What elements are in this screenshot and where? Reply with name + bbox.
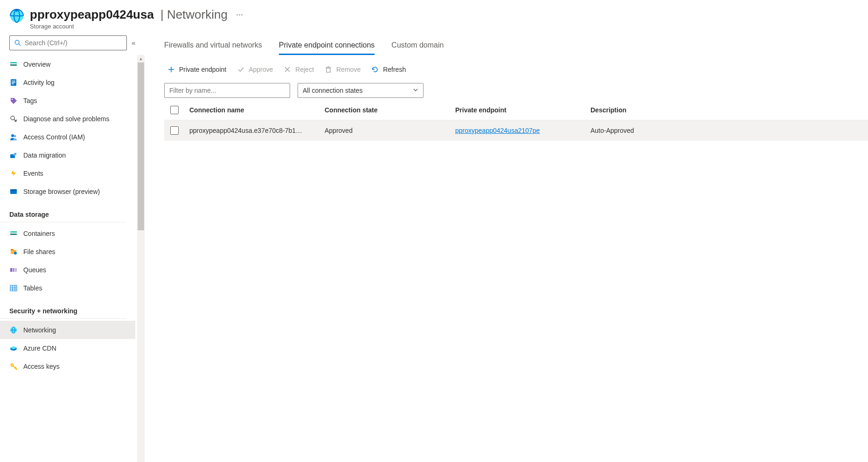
filter-by-name[interactable]	[164, 83, 290, 98]
scrollbar-thumb[interactable]	[138, 62, 144, 230]
main-content: Firewalls and virtual networks Private e…	[145, 34, 868, 462]
cell-connection-name: pproxypeapp0424usa.e37e70c8-7b1…	[185, 127, 320, 134]
svg-rect-7	[10, 64, 17, 66]
toolbar-label: Reject	[295, 66, 314, 73]
collapse-sidebar-button[interactable]: «	[132, 39, 135, 47]
connections-table: Connection name Connection state Private…	[164, 100, 868, 141]
remove-button: Remove	[324, 65, 361, 74]
sidebar-item-overview[interactable]: Overview	[0, 55, 135, 73]
toolbar-label: Private endpoint	[179, 66, 226, 73]
tab-private-endpoint-connections[interactable]: Private endpoint connections	[279, 37, 375, 55]
events-icon	[9, 169, 18, 178]
filter-name-input[interactable]	[169, 87, 285, 94]
svg-line-5	[19, 44, 21, 46]
containers-icon	[9, 229, 18, 238]
cell-connection-state: Approved	[320, 127, 451, 134]
svg-rect-11	[12, 83, 14, 84]
col-connection-state[interactable]: Connection state	[320, 106, 451, 114]
sidebar-section-data-storage: Data storage	[0, 200, 126, 222]
svg-point-4	[15, 40, 19, 44]
filter-row: All connection states	[164, 83, 868, 98]
overview-icon	[9, 60, 18, 69]
search-icon	[14, 39, 22, 47]
plus-icon	[167, 65, 175, 74]
svg-rect-18	[10, 189, 17, 191]
svg-rect-27	[10, 285, 17, 291]
svg-rect-10	[12, 82, 15, 83]
sidebar-item-label: File shares	[23, 248, 55, 255]
svg-rect-24	[10, 268, 12, 272]
sidebar-item-label: Data migration	[23, 152, 66, 159]
tags-icon	[9, 97, 18, 105]
toolbar: Private endpoint Approve Reject Remove R…	[164, 65, 868, 74]
resource-type-label: Storage account	[30, 23, 245, 30]
sidebar-item-azure-cdn[interactable]: Azure CDN	[0, 339, 135, 357]
tables-icon	[9, 284, 18, 292]
table-row[interactable]: pproxypeapp0424usa.e37e70c8-7b1… Approve…	[164, 120, 868, 141]
table-header: Connection name Connection state Private…	[164, 100, 868, 120]
sidebar-item-migration[interactable]: Data migration	[0, 146, 135, 164]
toolbar-label: Approve	[249, 66, 273, 73]
tab-firewalls[interactable]: Firewalls and virtual networks	[164, 37, 262, 55]
tab-custom-domain[interactable]: Custom domain	[391, 37, 444, 55]
sidebar-item-label: Networking	[23, 326, 56, 334]
blade-section: | Networking	[160, 7, 228, 22]
col-private-endpoint[interactable]: Private endpoint	[451, 106, 586, 114]
search-input[interactable]	[25, 39, 123, 47]
add-private-endpoint-button[interactable]: Private endpoint	[167, 65, 226, 74]
svg-point-15	[14, 135, 16, 137]
private-endpoint-link[interactable]: pproxypeapp0424usa2107pe	[455, 127, 540, 134]
sidebar-item-label: Queues	[23, 266, 46, 274]
row-checkbox[interactable]	[164, 126, 185, 135]
sidebar-item-label: Containers	[23, 230, 55, 237]
svg-rect-9	[12, 81, 15, 82]
refresh-button[interactable]: Refresh	[371, 65, 406, 74]
sidebar-search[interactable]	[9, 35, 127, 50]
select-all-checkbox[interactable]	[164, 106, 185, 114]
check-icon	[236, 65, 245, 74]
sidebar-item-tables[interactable]: Tables	[0, 279, 135, 297]
sidebar-item-queues[interactable]: Queues	[0, 261, 135, 279]
more-actions-button[interactable]: ···	[234, 8, 245, 21]
sidebar-item-events[interactable]: Events	[0, 164, 135, 182]
file-shares-icon	[9, 248, 18, 256]
reject-button: Reject	[283, 65, 314, 74]
sidebar-item-file-shares[interactable]: File shares	[0, 242, 135, 261]
svg-point-12	[12, 98, 13, 100]
col-connection-name[interactable]: Connection name	[185, 106, 320, 114]
sidebar-item-storage-browser[interactable]: Storage browser (preview)	[0, 182, 135, 200]
filter-state-value: All connection states	[303, 87, 362, 94]
svg-point-14	[11, 134, 14, 137]
sidebar-item-tags[interactable]: Tags	[0, 91, 135, 110]
storage-browser-icon	[9, 187, 18, 196]
sidebar-scrollbar[interactable]: ▲	[137, 55, 145, 462]
svg-rect-19	[10, 231, 17, 233]
resource-type-icon	[9, 8, 24, 23]
sidebar-item-iam[interactable]: Access Control (IAM)	[0, 128, 135, 146]
sidebar-item-containers[interactable]: Containers	[0, 224, 135, 242]
svg-rect-25	[13, 268, 14, 272]
filter-connection-state[interactable]: All connection states	[298, 83, 424, 98]
svg-point-36	[11, 346, 16, 349]
resource-name: pproxypeapp0424usa	[30, 7, 154, 22]
sidebar-item-activity-log[interactable]: Activity log	[0, 73, 135, 91]
page-header: pproxypeapp0424usa | Networking ··· Stor…	[0, 0, 868, 34]
approve-button: Approve	[236, 65, 273, 74]
svg-rect-22	[11, 249, 14, 250]
svg-rect-6	[10, 62, 17, 63]
sidebar-item-label: Activity log	[23, 79, 55, 86]
sidebar-item-label: Storage browser (preview)	[23, 188, 100, 195]
sidebar-section-security-networking: Security + networking	[0, 297, 126, 319]
iam-icon	[9, 133, 18, 141]
col-description[interactable]: Description	[586, 106, 868, 114]
svg-point-23	[14, 252, 17, 255]
scroll-up-icon[interactable]: ▲	[139, 55, 143, 62]
sidebar-item-access-keys[interactable]: Access keys	[0, 357, 135, 375]
x-icon	[283, 65, 292, 74]
activity-log-icon	[9, 78, 18, 87]
sidebar-item-label: Access Control (IAM)	[23, 133, 85, 141]
keys-icon	[9, 362, 18, 371]
sidebar-item-diagnose[interactable]: Diagnose and solve problems	[0, 110, 135, 128]
sidebar-item-networking[interactable]: Networking	[0, 321, 135, 339]
svg-rect-20	[10, 234, 17, 235]
